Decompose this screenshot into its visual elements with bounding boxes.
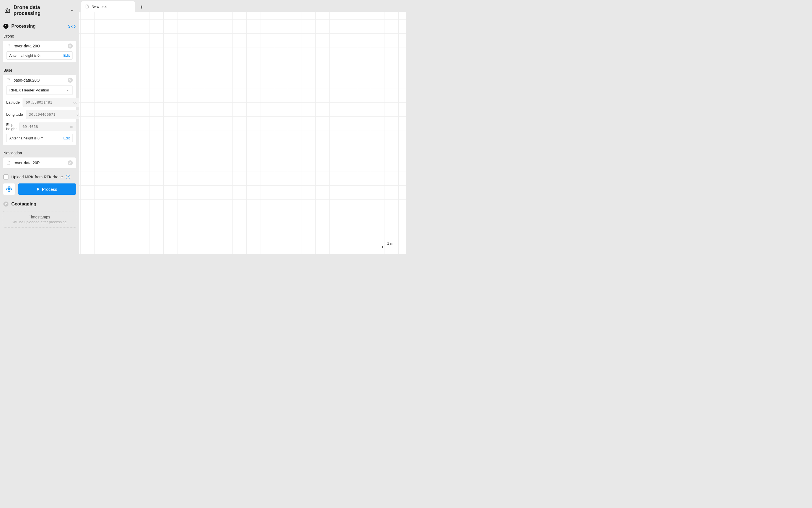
timestamps-sub: Will be uploaded after processing [6, 220, 73, 224]
step-1-badge: 1 [3, 24, 8, 29]
camera-icon [4, 7, 11, 14]
file-icon [6, 161, 11, 165]
drone-antenna-edit[interactable]: Edit [63, 53, 70, 57]
longitude-label: Longitude [6, 112, 23, 117]
file-icon [6, 44, 11, 48]
longitude-input[interactable] [29, 112, 77, 117]
timestamps-dropzone[interactable]: Timestamps Will be uploaded after proces… [3, 211, 76, 228]
drone-file-name: rover-data.20O [13, 44, 65, 48]
timestamps-title: Timestamps [6, 215, 73, 219]
process-label: Process [42, 187, 57, 192]
tab-label: New plot [91, 4, 107, 9]
file-icon [85, 4, 89, 8]
sidebar-header: Drone data processing [0, 0, 79, 20]
base-antenna-edit[interactable]: Edit [63, 136, 70, 140]
drone-section-label: Drone [0, 32, 79, 41]
position-mode-value: RINEX Header Position [9, 88, 49, 92]
step-geotagging-title: Geotagging [11, 202, 76, 207]
step-processing-title: Processing [11, 24, 65, 29]
nav-file-remove[interactable] [68, 160, 73, 165]
settings-button[interactable] [3, 183, 15, 195]
drone-antenna-row: Antenna height is 0 m. Edit [6, 51, 73, 59]
svg-point-8 [8, 188, 10, 190]
base-file-name: base-data.20O [13, 78, 65, 82]
step-2-badge: 2 [3, 202, 8, 207]
add-tab-button[interactable] [137, 2, 146, 12]
plot-canvas[interactable]: 1 m [79, 12, 406, 254]
latitude-row: Latitude dd [6, 98, 73, 107]
base-card: base-data.20O RINEX Header Position Lati… [3, 75, 76, 145]
base-antenna-row: Antenna height is 0 m. Edit [6, 134, 73, 142]
base-file-remove[interactable] [68, 78, 73, 83]
app-title: Drone data processing [13, 4, 66, 16]
file-icon [6, 78, 11, 82]
nav-card: rover-data.20P [3, 158, 76, 168]
svg-rect-0 [5, 9, 10, 12]
help-icon[interactable]: ? [66, 175, 70, 179]
play-icon [37, 187, 40, 191]
drone-antenna-text: Antenna height is 0 m. [9, 54, 44, 57]
chevron-down-icon[interactable] [70, 8, 75, 13]
nav-file-row: rover-data.20P [6, 160, 73, 165]
latitude-unit: dd [73, 100, 77, 104]
height-input-wrap: m [19, 122, 76, 131]
svg-point-1 [6, 10, 8, 11]
step-geotagging-header: 2 Geotagging [0, 200, 79, 210]
scale-bar [382, 246, 398, 248]
drone-file-remove[interactable] [68, 43, 73, 48]
base-file-row: base-data.20O [6, 78, 73, 83]
longitude-row: Longitude dd [6, 110, 73, 119]
nav-file-name: rover-data.20P [13, 161, 65, 165]
position-mode-select[interactable]: RINEX Header Position [6, 86, 73, 95]
height-label: Ellip. height [6, 123, 17, 131]
latitude-label: Latitude [6, 100, 20, 104]
mrk-checkbox[interactable] [3, 174, 8, 179]
scale-indicator: 1 m [382, 241, 398, 248]
longitude-input-wrap: dd [26, 110, 84, 119]
latitude-input[interactable] [26, 100, 73, 104]
scale-label: 1 m [387, 241, 393, 246]
step-processing-header: 1 Processing Skip [0, 20, 79, 32]
mrk-checkbox-row[interactable]: Upload MRK from RTK drone ? [0, 172, 79, 183]
base-section-label: Base [0, 66, 79, 75]
mrk-checkbox-label: Upload MRK from RTK drone [11, 175, 63, 179]
tab-bar: New plot [79, 0, 406, 12]
height-row: Ellip. height m [6, 122, 73, 131]
tab-new-plot[interactable]: New plot [81, 1, 135, 12]
drone-file-row: rover-data.20O [6, 43, 73, 48]
height-unit: m [70, 125, 73, 129]
nav-section-label: Navigation [0, 149, 79, 158]
process-button[interactable]: Process [18, 183, 76, 195]
base-antenna-text: Antenna height is 0 m. [9, 136, 44, 140]
action-row: Process [0, 183, 79, 200]
height-input[interactable] [22, 124, 70, 129]
skip-link[interactable]: Skip [68, 24, 76, 29]
latitude-input-wrap: dd [22, 98, 80, 107]
drone-card: rover-data.20O Antenna height is 0 m. Ed… [3, 41, 76, 62]
